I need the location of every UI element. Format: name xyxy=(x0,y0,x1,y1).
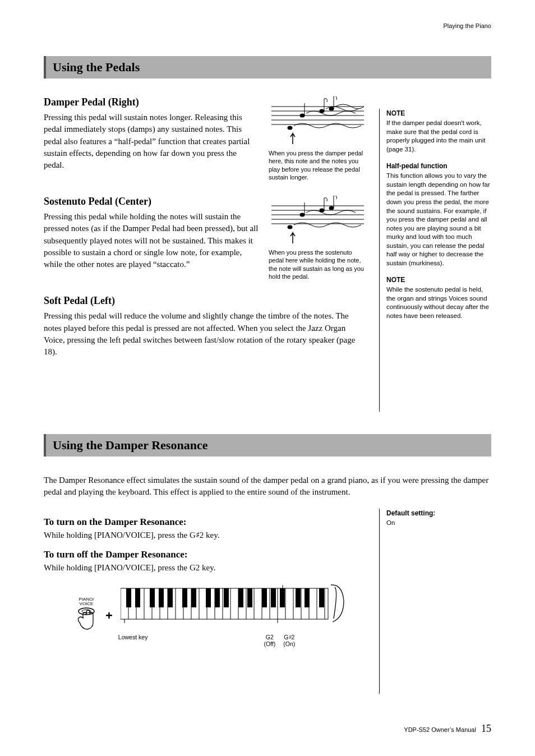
hand-press-icon xyxy=(75,607,98,632)
section-heading-damper-resonance: Using the Damper Resonance xyxy=(44,434,491,457)
svg-rect-39 xyxy=(262,588,267,607)
section-heading-pedals: Using the Pedals xyxy=(44,56,491,79)
sostenuto-body: Pressing this pedal while holding the no… xyxy=(44,211,259,270)
keyboard-icon xyxy=(121,584,345,631)
svg-rect-28 xyxy=(135,588,140,607)
g2-sub: (Off) xyxy=(260,640,279,647)
lowest-key-label: Lowest key xyxy=(118,634,152,647)
plus-icon: + xyxy=(105,609,113,623)
manual-name: YDP-S52 Owner’s Manual xyxy=(404,726,476,733)
gs2-label: G♯2 xyxy=(280,634,299,640)
svg-point-17 xyxy=(300,213,305,217)
halfpedal-title: Half-pedal function xyxy=(386,162,491,170)
svg-point-19 xyxy=(320,209,325,213)
svg-rect-38 xyxy=(247,588,252,607)
svg-rect-30 xyxy=(159,588,164,607)
turn-off-body: While holding [PIANO/VOICE], press the G… xyxy=(44,562,367,574)
svg-rect-31 xyxy=(168,588,173,607)
sostenuto-caption: When you press the sostenuto pedal here … xyxy=(269,248,367,280)
note1-title: NOTE xyxy=(386,109,491,118)
svg-rect-35 xyxy=(215,588,220,607)
default-setting-title: Default setting: xyxy=(386,509,491,518)
piano-voice-label: PIANO/ VOICE xyxy=(75,597,98,607)
note2-title: NOTE xyxy=(386,275,491,284)
svg-point-9 xyxy=(329,107,334,111)
svg-rect-37 xyxy=(238,588,243,607)
svg-rect-32 xyxy=(182,588,187,607)
running-header: Playing the Piano xyxy=(44,22,491,29)
damper-title: Damper Pedal (Right) xyxy=(44,96,259,108)
page-number: 15 xyxy=(481,723,491,734)
gs2-sub: (On) xyxy=(280,640,299,647)
halfpedal-body: This function allows you to vary the sus… xyxy=(386,172,491,268)
sostenuto-diagram xyxy=(269,196,367,246)
resonance-intro: The Damper Resonance effect simulates th… xyxy=(44,474,491,499)
g2-label: G2 xyxy=(260,634,279,640)
svg-rect-33 xyxy=(191,588,196,607)
svg-point-21 xyxy=(329,206,334,210)
svg-rect-44 xyxy=(319,588,324,607)
sidebar: NOTE If the damper pedal doesn't work, m… xyxy=(379,96,491,412)
svg-point-7 xyxy=(320,109,325,113)
svg-point-11 xyxy=(288,126,293,130)
svg-rect-42 xyxy=(296,588,301,607)
keyboard-figure: PIANO/ VOICE + xyxy=(44,584,367,647)
note2-body: While the sostenuto pedal is held, the o… xyxy=(386,285,491,320)
svg-point-5 xyxy=(300,114,305,118)
soft-title: Soft Pedal (Left) xyxy=(44,295,367,307)
note1-body: If the damper pedal doesn't work, make s… xyxy=(386,119,491,154)
sostenuto-title: Sostenuto Pedal (Center) xyxy=(44,196,259,208)
page-footer: YDP-S52 Owner’s Manual 15 xyxy=(44,723,491,735)
svg-rect-36 xyxy=(224,588,229,607)
soft-body: Pressing this pedal will reduce the volu… xyxy=(44,310,367,358)
svg-point-23 xyxy=(288,225,293,229)
damper-diagram xyxy=(269,96,367,147)
main-column: Damper Pedal (Right) Pressing this pedal… xyxy=(44,96,367,412)
turn-off-title: To turn off the Damper Resonance: xyxy=(44,549,367,560)
turn-on-body: While holding [PIANO/VOICE], press the G… xyxy=(44,529,367,541)
turn-on-title: To turn on the Damper Resonance: xyxy=(44,517,367,528)
damper-caption: When you press the damper pedal here, th… xyxy=(269,149,367,181)
default-setting-value: On xyxy=(386,519,491,528)
damper-body: Pressing this pedal will sustain notes l… xyxy=(44,112,259,171)
svg-rect-40 xyxy=(271,588,276,607)
svg-rect-34 xyxy=(206,588,211,607)
